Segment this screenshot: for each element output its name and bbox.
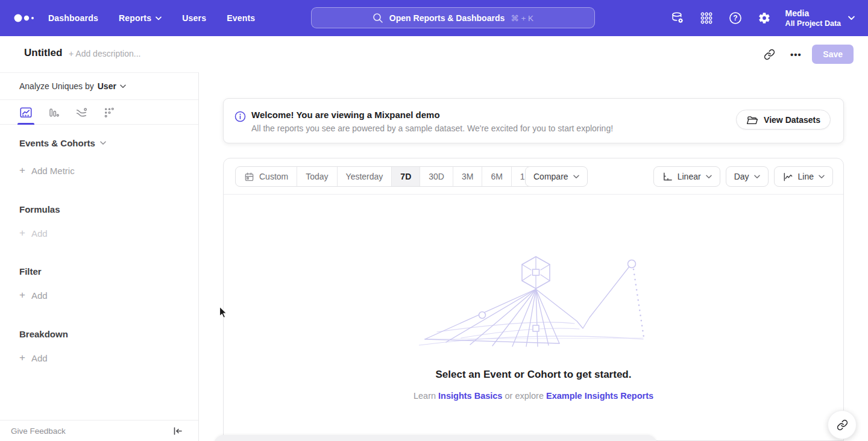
chevron-down-icon (706, 175, 712, 179)
or-explore-label: or explore (502, 391, 546, 401)
chevron-down-icon (754, 175, 760, 179)
range-7d-selected[interactable]: 7D (392, 167, 420, 186)
nav-item-reports[interactable]: Reports (119, 13, 162, 23)
analyze-prefix-label: Analyze Uniques by (19, 81, 94, 91)
calendar-icon (244, 172, 254, 182)
help-icon[interactable]: ? (728, 10, 743, 26)
tab-retention-dots-icon[interactable] (102, 100, 116, 125)
analyze-row: Analyze Uniques by User (0, 73, 198, 100)
nav-item-dashboards[interactable]: Dashboards (48, 13, 98, 23)
range-30d[interactable]: 30D (420, 167, 453, 186)
insights-basics-link[interactable]: Insights Basics (438, 391, 502, 401)
save-button[interactable]: Save (812, 45, 854, 64)
example-insights-reports-link[interactable]: Example Insights Reports (546, 391, 653, 401)
empty-state-title: Select an Event or Cohort to get started… (224, 369, 843, 381)
data-management-icon[interactable] (670, 10, 685, 26)
uniques-type-selector[interactable]: User (98, 81, 126, 91)
scale-selector-button[interactable]: Linear (653, 166, 720, 187)
visualization-tabs (0, 100, 198, 125)
nav-right-group: ? Media All Project Data (670, 0, 868, 36)
range-custom[interactable]: Custom (236, 167, 297, 186)
plus-icon: + (19, 227, 25, 239)
formulas-section: Formulas + Add (0, 204, 198, 239)
chevron-down-icon (573, 175, 579, 179)
chart-controls-row: Custom Today Yesterday 7D 30D 3M 6M 12M … (224, 158, 843, 195)
range-3m[interactable]: 3M (453, 167, 482, 186)
query-builder-sidebar: Analyze Uniques by User (0, 72, 199, 441)
empty-state-links: Learn Insights Basics or explore Example… (224, 391, 843, 401)
chevron-down-icon (819, 175, 825, 179)
breakdown-header: Breakdown (19, 329, 198, 339)
insights-report-card: Custom Today Yesterday 7D 30D 3M 6M 12M … (223, 158, 844, 441)
tab-bar-chart-icon[interactable] (47, 100, 60, 125)
mixpanel-logo-icon[interactable] (13, 13, 37, 23)
formulas-header: Formulas (19, 204, 198, 214)
plus-icon: + (19, 164, 25, 177)
sidebar-footer: Give Feedback (0, 420, 198, 441)
search-placeholder: Open Reports & Dashboards (389, 13, 505, 23)
range-yesterday[interactable]: Yesterday (338, 167, 392, 186)
link-icon (837, 419, 848, 431)
add-metric-button[interactable]: + Add Metric (19, 164, 198, 177)
line-chart-icon (782, 172, 793, 182)
filter-section: Filter + Add (0, 266, 198, 301)
range-6m[interactable]: 6M (482, 167, 511, 186)
add-filter-button[interactable]: + Add (19, 289, 198, 301)
events-cohorts-section: Events & Cohorts + Add Metric (0, 138, 198, 177)
search-icon (373, 13, 383, 23)
plus-icon: + (19, 352, 25, 364)
chevron-down-icon (100, 141, 106, 145)
chart-type-selector-button[interactable]: Line (774, 166, 833, 187)
svg-text:?: ? (733, 14, 737, 22)
date-range-selector: Custom Today Yesterday 7D 30D 3M 6M 12M (235, 166, 546, 187)
view-datasets-button[interactable]: View Datasets (736, 110, 831, 130)
header-actions: ••• Save (759, 36, 854, 72)
collapse-sidebar-icon[interactable] (173, 427, 183, 436)
project-switcher[interactable]: Media All Project Data (785, 8, 855, 28)
tab-line-chart-icon[interactable] (19, 100, 33, 125)
welcome-banner: Welcome! You are viewing a Mixpanel demo… (223, 98, 844, 143)
search-bar[interactable]: Open Reports & Dashboards ⌘ + K (311, 7, 595, 28)
share-link-fab[interactable] (828, 410, 857, 439)
banner-title: Welcome! You are viewing a Mixpanel demo (251, 110, 440, 120)
settings-gear-icon[interactable] (756, 10, 772, 26)
compare-button[interactable]: Compare (525, 166, 588, 187)
bottom-sheet-peek[interactable] (214, 435, 657, 441)
give-feedback-link[interactable]: Give Feedback (11, 427, 66, 436)
linear-axes-icon (662, 172, 673, 182)
events-cohorts-header[interactable]: Events & Cohorts (19, 138, 198, 148)
info-icon (234, 111, 246, 122)
folder-icon (746, 114, 758, 125)
project-name: Media (785, 8, 841, 19)
add-formula-button[interactable]: + Add (19, 227, 198, 239)
plus-icon: + (19, 289, 25, 301)
top-nav-bar: Dashboards Reports Users Events Open Rep… (0, 0, 868, 36)
interval-selector-button[interactable]: Day (726, 166, 769, 187)
apps-grid-icon[interactable] (699, 10, 714, 26)
learn-prefix-label: Learn (414, 391, 438, 401)
banner-body: All the reports you see are powered by a… (251, 124, 613, 133)
add-breakdown-button[interactable]: + Add (19, 352, 198, 364)
range-today[interactable]: Today (297, 167, 337, 186)
breakdown-section: Breakdown + Add (0, 329, 198, 364)
more-options-button[interactable]: ••• (785, 44, 806, 64)
copy-link-icon[interactable] (759, 44, 779, 64)
report-title[interactable]: Untitled (24, 47, 62, 59)
primary-nav: Dashboards Reports Users Events (48, 0, 255, 36)
chart-display-controls: Linear Day Line (653, 166, 833, 187)
report-header: Untitled + Add description... ••• Save (0, 36, 868, 72)
project-scope: All Project Data (785, 19, 841, 28)
search-shortcut: ⌘ + K (511, 13, 533, 23)
tab-flows-icon[interactable] (75, 100, 88, 125)
nav-item-events[interactable]: Events (227, 13, 255, 23)
filter-header: Filter (19, 266, 198, 277)
nav-item-users[interactable]: Users (182, 13, 206, 23)
empty-state-illustration (419, 255, 648, 348)
chevron-down-icon (156, 16, 162, 20)
chevron-down-icon (120, 84, 126, 89)
report-description-placeholder[interactable]: + Add description... (69, 49, 140, 58)
chevron-down-icon (848, 16, 855, 20)
